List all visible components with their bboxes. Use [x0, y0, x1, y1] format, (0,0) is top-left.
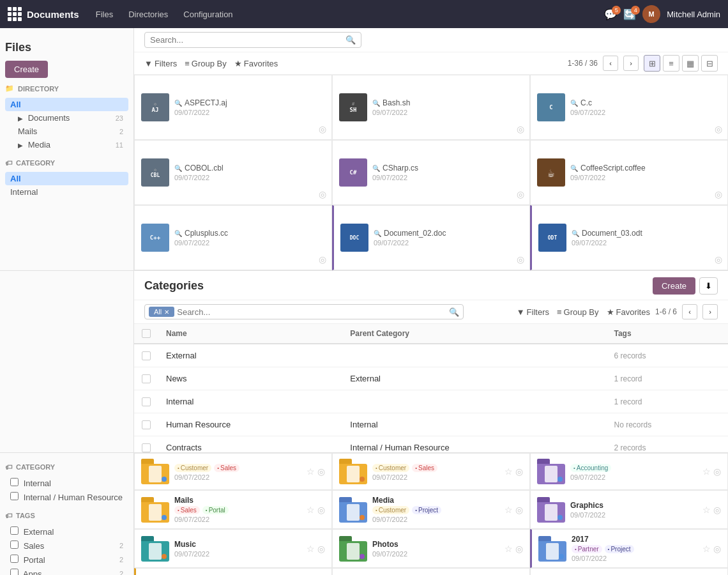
circle-btn-6[interactable]: ◎ [317, 544, 325, 554]
bottom-file-card[interactable]: 2018 PartnerApps 09/07/2022 ☆ ◎ [134, 568, 332, 575]
bottom-file-card[interactable]: Videos 09/07/2022 ☆ ◎ [332, 568, 530, 575]
file-action-doc02[interactable]: ◎ [517, 254, 524, 264]
list-view-btn[interactable]: ≡ [663, 55, 679, 72]
sidebar-all-item[interactable]: All [5, 98, 128, 111]
star-btn-4[interactable]: ☆ [504, 505, 513, 515]
grid-view-btn[interactable]: ⊞ [644, 55, 660, 72]
nav-directories[interactable]: Directories [122, 7, 174, 22]
file-card-bash[interactable]: #SH 🔍 Bash.sh 09/07/2022 ◎ [332, 75, 530, 140]
circle-btn-2[interactable]: ◎ [713, 466, 721, 477]
table-row[interactable]: Contracts Internal / Human Resource 2 re… [134, 436, 728, 453]
star-btn-3[interactable]: ☆ [307, 505, 315, 515]
messages-icon[interactable]: 💬 5 [604, 8, 617, 20]
bottom-file-card[interactable]: Mails SalesPortal 09/07/2022 ☆ ◎ [134, 490, 332, 529]
bottom-file-card[interactable]: CustomerSales 09/07/2022 ☆ ◎ [134, 453, 332, 490]
circle-btn-1[interactable]: ◎ [515, 466, 523, 477]
table-row[interactable]: External 6 records [134, 344, 728, 367]
external-checkbox[interactable] [10, 526, 19, 535]
star-btn-6[interactable]: ☆ [307, 544, 315, 554]
apps-checkbox[interactable] [10, 569, 19, 575]
all-tag[interactable]: All ✕ [149, 307, 174, 317]
bottom-external-item[interactable]: External [5, 525, 128, 539]
bottom-file-card[interactable]: Partners 09/07/2022 ☆ ◎ [530, 568, 728, 575]
bottom-file-card[interactable]: 2017 PartnerProject 09/07/2022 ☆ ◎ [530, 529, 728, 568]
sidebar-category-all[interactable]: All [5, 172, 128, 185]
sidebar-internal-item[interactable]: Internal [5, 185, 128, 199]
circle-btn-5[interactable]: ◎ [713, 505, 721, 515]
files-create-button[interactable]: Create [5, 61, 48, 78]
sidebar-mails-item[interactable]: Mails 2 [5, 125, 128, 138]
star-btn-2[interactable]: ☆ [702, 466, 711, 477]
file-card-doc02[interactable]: DOC 🔍 Document_02.doc 09/07/2022 ◎ [332, 205, 530, 270]
table-view-btn[interactable]: ⊟ [701, 55, 718, 72]
bottom-file-card[interactable]: Graphics 09/07/2022 ☆ ◎ [530, 490, 728, 529]
file-card-aj[interactable]: ◇AJ 🔍 ASPECTJ.aj 09/07/2022 ◎ [134, 75, 332, 140]
nav-configuration[interactable]: Configuration [177, 7, 239, 22]
star-btn-1[interactable]: ☆ [504, 466, 513, 477]
star-btn-0[interactable]: ☆ [307, 466, 315, 477]
bottom-internal-human-item[interactable]: Internal / Human Resource [5, 490, 128, 504]
internal-human-checkbox[interactable] [10, 492, 19, 500]
files-search-bar[interactable]: 🔍 [144, 32, 361, 48]
cat-groupby[interactable]: ≡ Group By [557, 307, 599, 317]
circle-btn-3[interactable]: ◎ [317, 505, 325, 515]
file-action-c[interactable]: ◎ [715, 124, 722, 134]
row-checkbox-0[interactable] [142, 351, 151, 360]
circle-btn-4[interactable]: ◎ [515, 505, 523, 515]
file-card-csharp[interactable]: C# 🔍 CSharp.cs 09/07/2022 ◎ [332, 140, 530, 205]
bottom-internal-item[interactable]: Internal [5, 476, 128, 490]
file-action-bash[interactable]: ◎ [517, 124, 524, 134]
files-prev-btn[interactable]: ‹ [603, 56, 618, 71]
files-favorites[interactable]: ★ Favorites [234, 59, 278, 68]
categories-create-button[interactable]: Create [653, 277, 695, 295]
bottom-apps-item[interactable]: Apps 2 [5, 567, 128, 575]
sales-checkbox[interactable] [10, 540, 19, 549]
cat-filters[interactable]: ▼ Filters [517, 307, 549, 317]
user-avatar[interactable]: M [642, 5, 660, 23]
internal-checkbox[interactable] [10, 478, 19, 486]
row-checkbox-3[interactable] [142, 420, 151, 429]
file-action-cpp[interactable]: ◎ [319, 254, 326, 264]
circle-btn-7[interactable]: ◎ [515, 544, 523, 554]
file-action-cobol[interactable]: ◎ [319, 189, 326, 199]
bottom-portal-item[interactable]: Portal 2 [5, 553, 128, 567]
row-checkbox-1[interactable] [142, 374, 151, 383]
star-btn-5[interactable]: ☆ [702, 505, 711, 515]
bottom-file-card[interactable]: Photos 09/07/2022 ☆ ◎ [332, 529, 530, 568]
sidebar-documents-item[interactable]: ▶ Documents 23 [5, 111, 128, 125]
row-checkbox-2[interactable] [142, 397, 151, 406]
files-groupby[interactable]: ≡ Group By [185, 59, 227, 68]
files-next-btn[interactable]: › [623, 56, 639, 71]
table-row[interactable]: Human Resource Internal No records [134, 413, 728, 436]
cat-prev-btn[interactable]: ‹ [682, 304, 697, 319]
circle-btn-8[interactable]: ◎ [713, 544, 721, 554]
file-card-coffee[interactable]: ☕ 🔍 CoffeeScript.coffee 09/07/2022 ◎ [530, 140, 728, 205]
cat-next-btn[interactable]: › [702, 304, 718, 319]
file-card-cobol[interactable]: ◇CBL 🔍 COBOL.cbl 09/07/2022 ◎ [134, 140, 332, 205]
file-action-aj[interactable]: ◎ [319, 124, 326, 134]
table-row[interactable]: Internal 1 record [134, 390, 728, 413]
cat-favorites[interactable]: ★ Favorites [607, 307, 650, 317]
remove-all-tag[interactable]: ✕ [164, 309, 169, 316]
file-action-csharp[interactable]: ◎ [517, 189, 524, 199]
file-card-cpp[interactable]: C++ 🔍 Cplusplus.cc 09/07/2022 ◎ [134, 205, 332, 270]
bottom-sales-item[interactable]: Sales 2 [5, 539, 128, 553]
portal-checkbox[interactable] [10, 555, 19, 563]
file-action-odt[interactable]: ◎ [715, 254, 722, 264]
activity-icon[interactable]: 🔄 4 [623, 8, 636, 20]
table-row[interactable]: News External 1 record [134, 367, 728, 390]
star-btn-8[interactable]: ☆ [702, 544, 711, 554]
circle-btn-0[interactable]: ◎ [317, 466, 325, 477]
file-card-c[interactable]: C 🔍 C.c 09/07/2022 ◎ [530, 75, 728, 140]
bottom-file-card[interactable]: Music 09/07/2022 ☆ ◎ [134, 529, 332, 568]
files-filters[interactable]: ▼ Filters [144, 59, 177, 68]
bottom-file-card[interactable]: CustomerSales 09/07/2022 ☆ ◎ [332, 453, 530, 490]
chart-view-btn[interactable]: ▦ [682, 55, 699, 72]
bottom-file-card[interactable]: Accounting 09/07/2022 ☆ ◎ [530, 453, 728, 490]
sidebar-media-item[interactable]: ▶ Media 11 [5, 138, 128, 151]
app-logo[interactable]: Documents [8, 7, 79, 21]
categories-search-input[interactable]: All ✕ 🔍 [144, 304, 464, 319]
cat-search-field[interactable] [177, 307, 446, 317]
file-action-coffee[interactable]: ◎ [715, 189, 722, 199]
bottom-file-card[interactable]: Media CustomerProject 09/07/2022 ☆ ◎ [332, 490, 530, 529]
